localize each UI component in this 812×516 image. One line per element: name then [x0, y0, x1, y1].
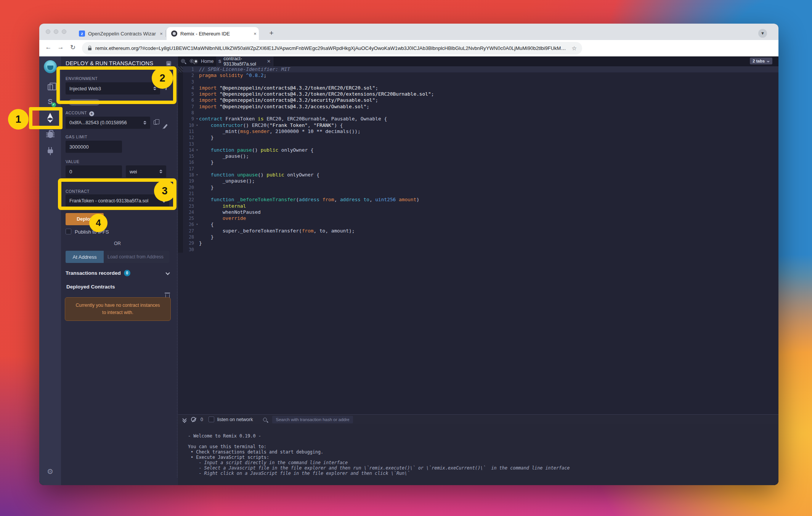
fold-icon[interactable]: ▾ [195, 116, 199, 122]
terminal-search-input[interactable] [272, 416, 353, 423]
annotation-circle-3: 3 [154, 180, 175, 202]
code-line: 6import "@openzeppelin/contracts@4.3.2/s… [178, 97, 778, 103]
terminal-clear-icon[interactable] [191, 417, 196, 422]
value-label: VALUE [66, 159, 80, 164]
plugin-manager-icon[interactable] [39, 147, 61, 153]
code-line: 21 [178, 191, 778, 197]
code-line: 5import "@openzeppelin/contracts@4.3.2/t… [178, 91, 778, 97]
code-line: 17 [178, 166, 778, 172]
debugger-icon[interactable] [39, 130, 61, 138]
transactions-recorded-header[interactable]: Transactions recorded0 [66, 270, 130, 276]
terminal-line: - Right click on a JavaScript file in th… [178, 471, 778, 476]
deploy-run-panel: DEPLOY & RUN TRANSACTIONS ENVIRONMENT In… [61, 56, 178, 485]
account-select[interactable]: 0x8fA...82543 (0.00158956 [66, 117, 150, 129]
value-input[interactable] [66, 165, 122, 178]
code-line: 25 override [178, 215, 778, 221]
back-button[interactable]: ← [44, 43, 53, 51]
settings-gear-icon[interactable]: ⚙ [39, 468, 61, 476]
code-line: 20 } [178, 184, 778, 191]
fold-icon[interactable]: ▾ [195, 221, 199, 228]
tab-openzeppelin-wizard[interactable]: z OpenZeppelin Contracts Wizar × [74, 27, 165, 40]
fold-icon[interactable]: ▾ [195, 172, 199, 178]
add-account-icon[interactable]: + [89, 111, 94, 116]
transactions-count-badge: 0 [124, 270, 130, 276]
code-line: 18▾ function unpause() public onlyOwner … [178, 172, 778, 178]
code-line: 11 _mint(msg.sender, 21000000 * 10 ** de… [178, 128, 778, 135]
code-line: 24 whenNotPaused [178, 209, 778, 215]
listen-network-checkbox[interactable] [209, 417, 214, 422]
browser-toolbar: ← → ↻ remix.ethereum.org/?#code=Ly8gU1BE… [39, 40, 778, 56]
at-address-button[interactable]: At Address [66, 251, 104, 263]
bookmark-star-icon[interactable]: ☆ [572, 45, 577, 52]
terminal-line: - Welcome to Remix 0.19.0 - [178, 433, 778, 439]
annotation-circle-1: 1 [8, 109, 29, 130]
code-line: 23 internal [178, 203, 778, 209]
chevron-down-icon[interactable] [165, 271, 170, 275]
code-line: 30 [178, 247, 778, 253]
close-file-tab-icon[interactable]: ✕ [264, 59, 271, 64]
tab-contract-file[interactable]: S contract-9313ba5f7a.sol ✕ [216, 56, 273, 66]
terminal-line: • Execute JavaScript scripts: [178, 455, 778, 460]
terminal-expand-icon[interactable] [183, 417, 186, 422]
editor-area: Home S contract-9313ba5f7a.sol ✕ 2 tabs … [178, 56, 778, 485]
code-line: 2pragma solidity ^0.8.2; [178, 72, 778, 79]
gas-limit-label: GAS LIMIT [66, 135, 87, 139]
tab-remix-ide[interactable]: Remix - Ethereum IDE × [167, 27, 259, 40]
minimize-window-button[interactable] [54, 29, 58, 34]
terminal-line [178, 439, 778, 444]
copy-account-icon[interactable] [154, 120, 157, 125]
listen-network-label: listen on network [217, 417, 253, 422]
annotation-circle-2: 2 [152, 67, 173, 89]
zoom-out-icon[interactable] [181, 59, 185, 63]
fold-icon[interactable]: ▾ [195, 147, 199, 153]
zoom-window-button[interactable] [62, 29, 66, 34]
reload-button[interactable]: ↻ [68, 43, 77, 51]
code-line: 19 _unpause(); [178, 178, 778, 184]
terminal-output[interactable]: - Welcome to Remix 0.19.0 - You can use … [178, 424, 778, 485]
or-divider-label: OR [66, 241, 169, 246]
pin-panel-icon[interactable] [166, 61, 171, 66]
value-unit-select[interactable]: wei [126, 165, 166, 178]
no-instances-message: Currently you have no contract instances… [65, 297, 171, 321]
publish-ipfs-checkbox[interactable] [66, 229, 71, 234]
select-stepper-icon [141, 121, 146, 125]
tab-label: OpenZeppelin Contracts Wizar [88, 31, 157, 37]
terminal-line: You can use this terminal to: [178, 444, 778, 449]
tab-divider [165, 30, 166, 37]
code-line: 13 [178, 141, 778, 147]
terminal-toolbar: 0 listen on network [178, 414, 778, 424]
code-editor[interactable]: 1// SPDX-License-Identifier: MIT2pragma … [178, 66, 778, 414]
code-line: 7import "@openzeppelin/contracts@4.3.2/a… [178, 104, 778, 110]
edit-account-icon[interactable] [163, 124, 167, 128]
code-line: 22 function _beforeTokenTransfer(address… [178, 197, 778, 203]
address-bar[interactable]: remix.ethereum.org/?#code=Ly8gU1BEWC1MaW… [82, 42, 582, 54]
code-line: 8 [178, 110, 778, 116]
at-address-input[interactable] [104, 251, 169, 263]
tabs-count-badge[interactable]: 2 tabs [750, 58, 772, 64]
code-line: 12 } [178, 135, 778, 141]
fold-icon[interactable]: ▾ [195, 122, 199, 128]
code-line: 9▾contract FrankToken is ERC20, ERC20Bur… [178, 116, 778, 122]
close-window-button[interactable] [46, 29, 50, 34]
tab-home[interactable]: Home [189, 56, 217, 66]
close-tab-icon[interactable]: × [251, 31, 259, 37]
new-tab-button[interactable]: + [266, 28, 276, 38]
search-icon [263, 418, 267, 421]
annotation-circle-4: 4 [89, 214, 108, 232]
code-line: 4import "@openzeppelin/contracts@4.3.2/t… [178, 85, 778, 91]
code-line: 14▾ function pause() public onlyOwner { [178, 147, 778, 153]
close-tab-icon[interactable]: × [157, 31, 165, 37]
code-line: 27 super._beforeTokenTransfer(from, to, … [178, 228, 778, 234]
account-label: ACCOUNT+ [66, 111, 94, 116]
remix-favicon [171, 30, 177, 37]
tab-label: Remix - Ethereum IDE [180, 31, 251, 37]
url-text[interactable]: remix.ethereum.org/?#code=Ly8gU1BEWC1MaW… [95, 45, 568, 51]
panel-title: DEPLOY & RUN TRANSACTIONS [66, 60, 153, 66]
gas-limit-input[interactable] [66, 141, 122, 153]
code-line: 29} [178, 240, 778, 246]
tab-search-button[interactable]: ▼ [758, 29, 767, 38]
code-line: 15 _pause(); [178, 153, 778, 159]
code-line: 1// SPDX-License-Identifier: MIT [178, 66, 778, 72]
terminal-line: - Input a script directly in the command… [178, 460, 778, 465]
forward-button[interactable]: → [56, 43, 65, 51]
